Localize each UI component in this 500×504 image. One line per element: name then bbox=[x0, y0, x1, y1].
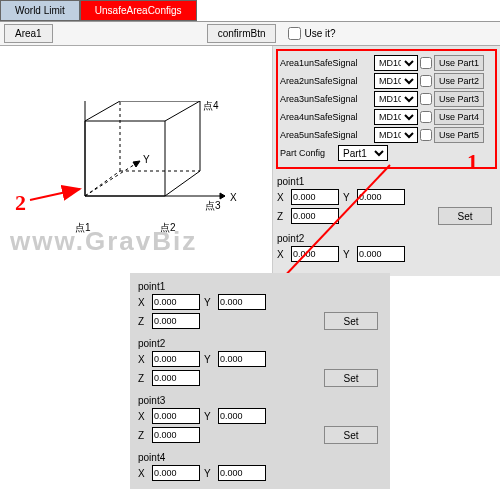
p1z-label: Z bbox=[277, 211, 287, 222]
tab-world-limit[interactable]: World Limit bbox=[0, 0, 80, 21]
lp3y-input[interactable] bbox=[218, 408, 266, 424]
sig1-label: Area1unSafeSignal bbox=[280, 58, 372, 68]
p2x-label: X bbox=[277, 249, 287, 260]
right-panel: Area1unSafeSignalMD10Use Part1 Area2unSa… bbox=[273, 46, 500, 276]
p1x-label: X bbox=[277, 192, 287, 203]
lp2x-input[interactable] bbox=[152, 351, 200, 367]
sig1-check[interactable] bbox=[420, 57, 432, 69]
lower-panel: point1 XY ZSet point2 XY ZSet point3 XY … bbox=[130, 273, 390, 489]
use-it-checkbox[interactable] bbox=[288, 27, 301, 40]
sig5-select[interactable]: MD10 bbox=[374, 127, 418, 143]
sig5-check[interactable] bbox=[420, 129, 432, 141]
main-area: 点1 点2 点3 点4 X Y Z Area1unSafeSignalMD10U… bbox=[0, 46, 500, 276]
svg-text:点3: 点3 bbox=[205, 200, 221, 211]
p2y-input[interactable] bbox=[357, 246, 405, 262]
p1y-input[interactable] bbox=[357, 189, 405, 205]
lp3-title: point3 bbox=[138, 395, 382, 406]
lp1y-input[interactable] bbox=[218, 294, 266, 310]
sig3-label: Area3unSafeSignal bbox=[280, 94, 372, 104]
confirm-button[interactable]: confirmBtn bbox=[207, 24, 277, 43]
svg-text:点1: 点1 bbox=[75, 222, 91, 233]
lp1-title: point1 bbox=[138, 281, 382, 292]
tab-unsafe-area-configs[interactable]: UnsafeAreaConfigs bbox=[80, 0, 197, 21]
p2y-label: Y bbox=[343, 249, 353, 260]
sig2-select[interactable]: MD10 bbox=[374, 73, 418, 89]
p1x-input[interactable] bbox=[291, 189, 339, 205]
cube-diagram: 点1 点2 点3 点4 X Y Z bbox=[0, 46, 273, 276]
svg-text:点4: 点4 bbox=[203, 101, 219, 111]
sig3-check[interactable] bbox=[420, 93, 432, 105]
lp2y-input[interactable] bbox=[218, 351, 266, 367]
part-config-select[interactable]: Part1 bbox=[338, 145, 388, 161]
point2-group: point2 XY bbox=[273, 229, 500, 266]
p1-set-button[interactable]: Set bbox=[438, 207, 492, 225]
point1-group: point1 XY ZSet bbox=[273, 172, 500, 229]
svg-text:X: X bbox=[230, 192, 237, 203]
point1-title: point1 bbox=[277, 176, 496, 187]
lp2z-input[interactable] bbox=[152, 370, 200, 386]
lp3x-input[interactable] bbox=[152, 408, 200, 424]
tab-bar: World Limit UnsafeAreaConfigs bbox=[0, 0, 500, 22]
sig5-label: Area5unSafeSignal bbox=[280, 130, 372, 140]
p1z-input[interactable] bbox=[291, 208, 339, 224]
lp1x-input[interactable] bbox=[152, 294, 200, 310]
area1-button[interactable]: Area1 bbox=[4, 24, 53, 43]
use-part4-button[interactable]: Use Part4 bbox=[434, 109, 484, 125]
lp1z-input[interactable] bbox=[152, 313, 200, 329]
use-part2-button[interactable]: Use Part2 bbox=[434, 73, 484, 89]
cube-svg: 点1 点2 点3 点4 X Y Z bbox=[55, 101, 245, 261]
p2x-input[interactable] bbox=[291, 246, 339, 262]
sig2-label: Area2unSafeSignal bbox=[280, 76, 372, 86]
lp1-set-button[interactable]: Set bbox=[324, 312, 378, 330]
annotation-2: 2 bbox=[15, 190, 26, 216]
svg-text:点2: 点2 bbox=[160, 222, 176, 233]
lp2-set-button[interactable]: Set bbox=[324, 369, 378, 387]
p1y-label: Y bbox=[343, 192, 353, 203]
lp3-set-button[interactable]: Set bbox=[324, 426, 378, 444]
use-part3-button[interactable]: Use Part3 bbox=[434, 91, 484, 107]
sig2-check[interactable] bbox=[420, 75, 432, 87]
point2-title: point2 bbox=[277, 233, 496, 244]
use-it-label: Use it? bbox=[304, 28, 335, 39]
signal-config-box: Area1unSafeSignalMD10Use Part1 Area2unSa… bbox=[276, 49, 497, 169]
toolbar: Area1 confirmBtn Use it? bbox=[0, 22, 500, 46]
part-config-label: Part Config bbox=[280, 148, 338, 158]
lp2-title: point2 bbox=[138, 338, 382, 349]
sig4-check[interactable] bbox=[420, 111, 432, 123]
sig4-label: Area4unSafeSignal bbox=[280, 112, 372, 122]
lp3z-input[interactable] bbox=[152, 427, 200, 443]
lp4y-input[interactable] bbox=[218, 465, 266, 481]
svg-text:Y: Y bbox=[143, 154, 150, 165]
sig1-select[interactable]: MD10 bbox=[374, 55, 418, 71]
use-part5-button[interactable]: Use Part5 bbox=[434, 127, 484, 143]
lp4-title: point4 bbox=[138, 452, 382, 463]
svg-line-2 bbox=[85, 161, 140, 196]
use-part1-button[interactable]: Use Part1 bbox=[434, 55, 484, 71]
sig4-select[interactable]: MD10 bbox=[374, 109, 418, 125]
lp4x-input[interactable] bbox=[152, 465, 200, 481]
sig3-select[interactable]: MD10 bbox=[374, 91, 418, 107]
annotation-1: 1 bbox=[467, 149, 478, 175]
